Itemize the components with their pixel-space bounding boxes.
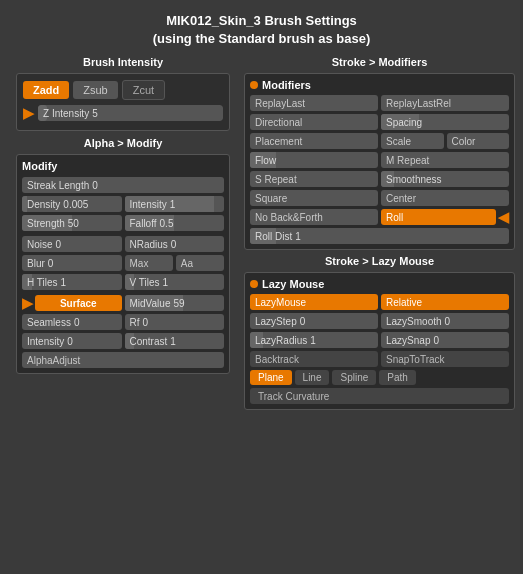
relative-button[interactable]: Relative — [381, 294, 509, 310]
intensity2-value: 0 — [67, 336, 73, 347]
directional-button[interactable]: Directional — [250, 114, 378, 130]
lazy-snap-label: LazySnap — [386, 335, 430, 346]
flow-label: Flow — [255, 155, 276, 166]
no-back-forth-button[interactable]: No Back&Forth — [250, 209, 378, 225]
rf-slider[interactable]: Rf 0 — [125, 314, 225, 330]
intensity-label: Intensity — [130, 199, 167, 210]
aa-button[interactable]: Aa — [176, 255, 224, 271]
backtrack-button[interactable]: Backtrack — [250, 351, 378, 367]
stroke-lazy-title: Stroke > Lazy Mouse — [244, 255, 515, 267]
lazy-radius-value: 1 — [310, 335, 316, 346]
noise-slider[interactable]: Noise 0 — [22, 236, 122, 252]
roll-dist-slider[interactable]: Roll Dist 1 — [250, 228, 509, 244]
surface-arrow: ▶ — [22, 295, 33, 311]
track-curvature-button[interactable]: Track Curvature — [250, 388, 509, 404]
scale-button[interactable]: Scale — [381, 133, 444, 149]
z-intensity-label: Z Intensity — [43, 108, 89, 119]
max-button[interactable]: Max — [125, 255, 173, 271]
page-title: MIK012_Skin_3 Brush Settings (using the … — [0, 0, 523, 56]
contrast-value: 1 — [170, 336, 176, 347]
strength-value: 50 — [68, 218, 79, 229]
seamless-value: 0 — [74, 317, 80, 328]
nradius-slider[interactable]: NRadius 0 — [125, 236, 225, 252]
lazy-step-label: LazyStep — [255, 316, 297, 327]
alpha-modify-title: Alpha > Modify — [16, 137, 230, 149]
spline-button[interactable]: Spline — [332, 370, 376, 385]
center-button[interactable]: Center — [381, 190, 509, 206]
falloff-label: Falloff — [130, 218, 157, 229]
surface-button[interactable]: Surface — [35, 295, 122, 311]
spacing-slider[interactable]: Spacing — [381, 114, 509, 130]
modify-label: Modify — [22, 160, 224, 172]
rf-label: Rf — [130, 317, 140, 328]
replay-last-rel-button[interactable]: ReplayLastRel — [381, 95, 509, 111]
midvalue-label: MidValue — [130, 298, 171, 309]
lazy-smooth-slider[interactable]: LazySmooth 0 — [381, 313, 509, 329]
lazy-radius-slider[interactable]: LazyRadius 1 — [250, 332, 378, 348]
intensity-value: 1 — [170, 199, 176, 210]
contrast-slider[interactable]: Contrast 1 — [125, 333, 225, 349]
midvalue-value: 59 — [173, 298, 184, 309]
lazy-step-slider[interactable]: LazyStep 0 — [250, 313, 378, 329]
brush-intensity-title: Brush Intensity — [16, 56, 230, 68]
path-button[interactable]: Path — [379, 370, 416, 385]
lazy-smooth-value: 0 — [445, 316, 451, 327]
lazy-snap-slider[interactable]: LazySnap 0 — [381, 332, 509, 348]
midvalue-slider[interactable]: MidValue 59 — [125, 295, 225, 311]
s-repeat-button[interactable]: S Repeat — [250, 171, 378, 187]
replay-last-button[interactable]: ReplayLast — [250, 95, 378, 111]
lazy-mouse-button[interactable]: LazyMouse — [250, 294, 378, 310]
htiles-slider[interactable]: H Tiles 1 — [22, 274, 122, 290]
spacing-label: Spacing — [386, 117, 422, 128]
strength-slider[interactable]: Strength 50 — [22, 215, 122, 231]
seamless-slider[interactable]: Seamless 0 — [22, 314, 122, 330]
nradius-label: NRadius — [130, 239, 168, 250]
streak-length-slider[interactable]: Streak Length 0 — [22, 177, 224, 193]
contrast-label: Contrast — [130, 336, 168, 347]
strength-label: Strength — [27, 218, 65, 229]
smoothness-label: Smoothness — [386, 174, 442, 185]
intensity2-label: Intensity — [27, 336, 64, 347]
z-intensity-value: 5 — [92, 108, 98, 119]
alpha-adjust-button[interactable]: AlphaAdjust — [22, 352, 224, 368]
falloff-value: 0.5 — [160, 218, 174, 229]
noise-label: Noise — [27, 239, 53, 250]
z-intensity-arrow: ▶ — [23, 105, 34, 121]
snap-to-track-button[interactable]: SnapToTrack — [381, 351, 509, 367]
streak-length-label: Streak Length — [27, 180, 89, 191]
roll-arrow: ◀ — [498, 209, 509, 225]
zadd-button[interactable]: Zadd — [23, 81, 69, 99]
density-value: 0.005 — [63, 199, 88, 210]
lazy-smooth-label: LazySmooth — [386, 316, 442, 327]
roll-dist-label: Roll Dist — [255, 231, 292, 242]
roll-button[interactable]: Roll — [381, 209, 496, 225]
vtiles-label: V Tiles — [130, 277, 160, 288]
placement-button[interactable]: Placement — [250, 133, 378, 149]
density-slider[interactable]: Density 0.005 — [22, 196, 122, 212]
plane-button[interactable]: Plane — [250, 370, 292, 385]
line-button[interactable]: Line — [295, 370, 330, 385]
falloff-slider[interactable]: Falloff 0.5 — [125, 215, 225, 231]
smoothness-slider[interactable]: Smoothness — [381, 171, 509, 187]
rf-value: 0 — [143, 317, 149, 328]
vtiles-slider[interactable]: V Tiles 1 — [125, 274, 225, 290]
htiles-label: H Tiles — [27, 277, 58, 288]
color-button[interactable]: Color — [447, 133, 510, 149]
intensity-slider[interactable]: Intensity 1 — [125, 196, 225, 212]
intensity2-slider[interactable]: Intensity 0 — [22, 333, 122, 349]
density-label: Density — [27, 199, 60, 210]
lazy-step-value: 0 — [300, 316, 306, 327]
vtiles-value: 1 — [163, 277, 169, 288]
square-button[interactable]: Square — [250, 190, 378, 206]
lazy-snap-value: 0 — [433, 335, 439, 346]
streak-length-value: 0 — [92, 180, 98, 191]
zcut-button[interactable]: Zcut — [122, 80, 165, 100]
stroke-modifiers-title: Stroke > Modifiers — [244, 56, 515, 68]
noise-value: 0 — [56, 239, 62, 250]
m-repeat-button[interactable]: M Repeat — [381, 152, 509, 168]
zsub-button[interactable]: Zsub — [73, 81, 117, 99]
blur-slider[interactable]: Blur 0 — [22, 255, 122, 271]
flow-slider[interactable]: Flow — [250, 152, 378, 168]
lazy-radius-label: LazyRadius — [255, 335, 307, 346]
z-intensity-slider[interactable]: Z Intensity 5 — [38, 105, 223, 121]
